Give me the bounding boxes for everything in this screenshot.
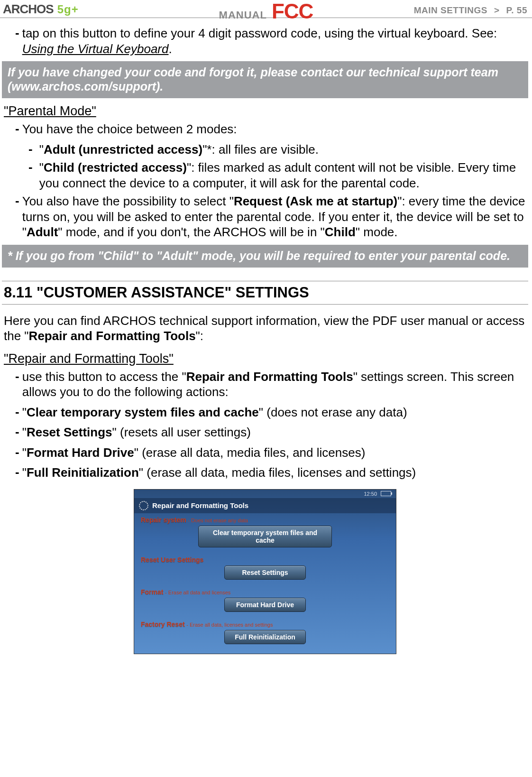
mode-adult-text: "Adult (unrestricted access)"*: all file… [39, 142, 319, 157]
repair-intro-bullet: - use this button to access the "Repair … [15, 369, 528, 400]
virtual-keyboard-link[interactable]: Using the Virtual Keyboard [22, 42, 169, 56]
bullet-dash: - [15, 194, 19, 240]
full-reinit-button[interactable]: Full Reinitialization [224, 630, 306, 644]
header-left: ARCHOS 5g+ [3, 2, 79, 17]
support-callout: If you have changed your code and forgot… [2, 61, 528, 98]
device-section-sublabel: - Does not erase any data [188, 518, 248, 523]
parental-choice-text: You have the choice between 2 modes: [22, 121, 237, 137]
format-drive-bullet: - "Format Hard Drive" (erase all data, m… [15, 445, 528, 461]
repair-tools-heading: "Repair and Formatting Tools" [4, 352, 528, 366]
intro-bullet-text: tap on this button to define your 4 digi… [22, 26, 528, 56]
repair-intro-text: use this button to access the "Repair an… [22, 369, 528, 400]
page-content: - tap on this button to define your 4 di… [0, 18, 532, 654]
device-screenshot: 12:50 Repair and Formatting Tools Repair… [134, 489, 396, 654]
breadcrumb-section: MAIN SETTINGS [414, 5, 487, 16]
bullet-dash: - [15, 425, 19, 440]
device-section-format: Format - Erase all data and licenses For… [134, 585, 396, 618]
model-tag: 5g+ [57, 3, 79, 16]
device-screen-title: Repair and Formatting Tools [152, 501, 248, 509]
breadcrumb-separator: > [494, 5, 500, 16]
status-time: 12:50 [364, 491, 377, 497]
format-drive-text: "Format Hard Drive" (erase all data, med… [22, 445, 366, 461]
reset-settings-bullet: - "Reset Settings" (resets all user sett… [15, 425, 528, 440]
mode-child-item: - "Child (restricted access)": files mar… [28, 160, 528, 191]
header-center: MANUAL FCC [219, 2, 313, 21]
device-section-label: Reset User Settings [141, 556, 203, 564]
device-section-label: Format [141, 588, 163, 596]
device-section-repair: Repair system - Does not erase any data … [134, 513, 396, 553]
bullet-dash: - [28, 160, 33, 191]
device-section-label: Repair system [141, 516, 186, 524]
section-intro: Here you can find ARCHOS technical suppo… [4, 313, 526, 344]
device-section-label: Factory Reset [141, 620, 185, 628]
clear-cache-button[interactable]: Clear temporary system files and cache [198, 526, 332, 547]
fcc-label: FCC [272, 2, 313, 21]
device-title-bar: Repair and Formatting Tools [134, 498, 396, 513]
brand-logo: ARCHOS [3, 2, 54, 17]
device-status-bar: 12:50 [134, 490, 396, 498]
page-number: P. 55 [506, 5, 527, 16]
reset-settings-button[interactable]: Reset Settings [224, 565, 306, 580]
intro-bullet: - tap on this button to define your 4 di… [15, 26, 528, 56]
breadcrumb: MAIN SETTINGS > P. 55 [414, 5, 527, 16]
format-hard-drive-button[interactable]: Format Hard Drive [224, 598, 306, 612]
device-section-sublabel: - Erase all data, licenses and settings [186, 622, 273, 628]
bullet-dash: - [15, 26, 19, 56]
parental-code-callout: * If you go from "Child" to "Adult" mode… [2, 245, 528, 268]
bullet-dash: - [15, 405, 19, 420]
bullet-dash: - [15, 445, 19, 461]
full-reinit-bullet: - "Full Reinitialization" (erase all dat… [15, 465, 528, 481]
manual-label: MANUAL [219, 9, 267, 21]
bullet-dash: - [15, 465, 19, 481]
reset-settings-text: "Reset Settings" (resets all user settin… [22, 425, 251, 440]
device-section-factory: Factory Reset - Erase all data, licenses… [134, 618, 396, 650]
parental-choice-intro: - You have the choice between 2 modes: [15, 121, 528, 137]
device-section-sublabel: - Erase all data and licenses [165, 590, 230, 595]
bullet-dash: - [15, 121, 19, 137]
full-reinit-text: "Full Reinitialization" (erase all data,… [22, 465, 416, 481]
mode-child-text: "Child (restricted access)": files marke… [39, 160, 528, 191]
request-mode-item: - You also have the possibility to selec… [15, 194, 528, 240]
section-title-customer-assistance: 8.11 "CUSTOMER ASSISTANCE" SETTINGS [2, 281, 528, 305]
mode-adult-item: - "Adult (unrestricted access)"*: all fi… [28, 142, 528, 157]
parental-mode-heading: "Parental Mode" [4, 104, 528, 119]
gear-icon [139, 501, 148, 510]
clear-cache-text: "Clear temporary system files and cache"… [22, 405, 407, 420]
battery-icon [381, 491, 391, 496]
device-section-reset: Reset User Settings Reset Settings [134, 553, 396, 585]
bullet-dash: - [15, 369, 19, 400]
page-header: ARCHOS 5g+ MANUAL FCC MAIN SETTINGS > P.… [0, 0, 532, 18]
bullet-dash: - [28, 142, 33, 157]
request-mode-text: You also have the possibility to select … [22, 194, 528, 240]
clear-cache-bullet: - "Clear temporary system files and cach… [15, 405, 528, 420]
